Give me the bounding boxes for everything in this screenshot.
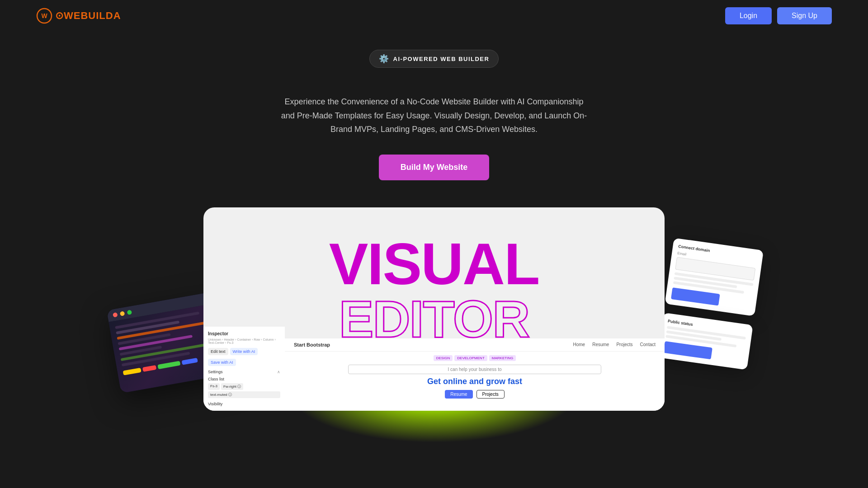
preview-area: Start Bootstrap Home Resume Projects Con… bbox=[285, 338, 665, 411]
write-ai-btn[interactable]: Write with AI bbox=[230, 348, 258, 355]
logo[interactable]: W ⊙WEBUILDA bbox=[36, 8, 121, 24]
card-action-btn bbox=[663, 341, 712, 359]
visibility-label: Visibility bbox=[208, 402, 222, 406]
editor-card: VISUAL EDITOR with instant auto-save, pr… bbox=[203, 207, 665, 411]
class-tag: text-muted ⓘ bbox=[208, 391, 280, 398]
settings-row: Settings ∧ bbox=[208, 370, 280, 374]
preview-navbar: Start Bootstrap Home Resume Projects Con… bbox=[285, 338, 665, 352]
preview-buttons: Resume Projects bbox=[294, 390, 656, 399]
inspector-title: Inspector bbox=[208, 331, 280, 336]
login-button[interactable]: Login bbox=[725, 7, 772, 24]
navbar: W ⊙WEBUILDA Login Sign Up bbox=[0, 0, 868, 32]
preview-brand: Start Bootstrap bbox=[294, 342, 330, 347]
preview-resume-btn[interactable]: Resume bbox=[445, 390, 472, 399]
inspector-panel: Inspector Unknown › Header › Container ›… bbox=[203, 327, 285, 411]
visual-text: VISUAL bbox=[231, 235, 637, 293]
nav-link-resume: Resume bbox=[592, 342, 609, 347]
preview-content: DESIGN DEVELOPMENT MARKETING I can help … bbox=[285, 352, 665, 402]
tag-marketing: MARKETING bbox=[489, 355, 516, 361]
hero-section: ⚙️ AI-POWERED WEB BUILDER Experience the… bbox=[0, 32, 868, 207]
class-list-label: Class list bbox=[208, 377, 280, 381]
inspector-actions: Edit text Write with AI bbox=[208, 348, 280, 355]
preview-projects-btn[interactable]: Projects bbox=[476, 390, 505, 399]
editor-showcase: Connect domain Email Public status VISUA… bbox=[185, 207, 683, 411]
floating-connect-panel: Connect domain Email Public status bbox=[656, 238, 764, 379]
settings-label: Settings bbox=[208, 370, 223, 374]
signup-button[interactable]: Sign Up bbox=[777, 7, 832, 24]
ai-badge: ⚙️ AI-POWERED WEB BUILDER bbox=[369, 50, 499, 68]
preview-input: I can help your business to bbox=[348, 365, 601, 374]
hero-description: Experience the Convenience of a No-Code … bbox=[280, 95, 588, 136]
visual-editor-title: VISUAL EDITOR bbox=[231, 235, 637, 345]
tag-design: DESIGN bbox=[434, 355, 453, 361]
card-action-btn bbox=[671, 287, 720, 305]
logo-text: ⊙WEBUILDA bbox=[55, 10, 121, 22]
preview-title: Get online and grow fast bbox=[294, 377, 656, 386]
close-dot bbox=[113, 312, 118, 318]
minimize-dot bbox=[120, 311, 125, 316]
preview-nav-links: Home Resume Projects Contact bbox=[573, 342, 656, 347]
class-tag: Fw-right ⓘ bbox=[221, 383, 243, 390]
logo-icon: W bbox=[36, 8, 52, 24]
nav-link-contact: Contact bbox=[640, 342, 656, 347]
edit-text-btn[interactable]: Edit text bbox=[208, 348, 228, 355]
nav-link-projects: Projects bbox=[616, 342, 632, 347]
tag-dev: DEVELOPMENT bbox=[454, 355, 487, 361]
preview-tags: DESIGN DEVELOPMENT MARKETING bbox=[294, 355, 656, 361]
badge-text: AI-POWERED WEB BUILDER bbox=[393, 56, 490, 62]
build-website-button[interactable]: Build My Website bbox=[379, 155, 490, 180]
public-status-card: Public status bbox=[657, 313, 753, 370]
nav-link-home: Home bbox=[573, 342, 585, 347]
class-tag: Fs-3 bbox=[208, 383, 220, 390]
connect-domain-card: Connect domain Email bbox=[665, 238, 764, 316]
save-ai-btn[interactable]: Save with AI bbox=[208, 359, 236, 366]
svg-text:W: W bbox=[41, 12, 47, 19]
badge-icon: ⚙️ bbox=[379, 54, 389, 64]
editor-text: EDITOR bbox=[231, 293, 637, 345]
nav-buttons: Login Sign Up bbox=[725, 7, 832, 24]
inspector-breadcrumb: Unknown › Header › Container › Row › Col… bbox=[208, 338, 280, 344]
class-tags: Fs-3 Fw-right ⓘ text-muted ⓘ bbox=[208, 383, 280, 398]
settings-arrow[interactable]: ∧ bbox=[277, 370, 280, 374]
inspector-ai-actions: Save with AI bbox=[208, 359, 280, 366]
maximize-dot bbox=[127, 310, 132, 315]
visibility-row: Visibility bbox=[208, 402, 280, 406]
